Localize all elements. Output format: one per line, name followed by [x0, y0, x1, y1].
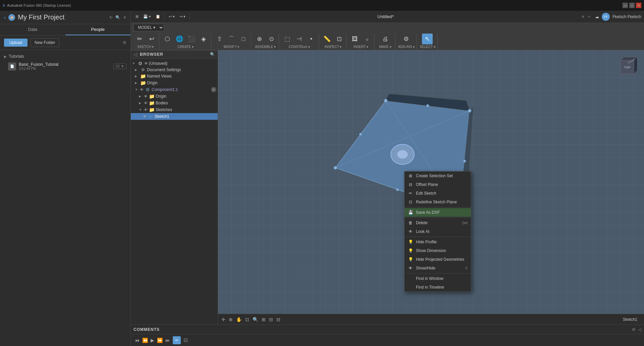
- modify-press-pull-icon[interactable]: ⇧: [214, 34, 225, 44]
- display-mode-icon[interactable]: ⊟: [276, 316, 281, 323]
- comments-collapse-icon[interactable]: ◁: [638, 327, 641, 332]
- save-button[interactable]: 💾 ▾: [141, 13, 153, 20]
- minimize-button[interactable]: —: [623, 3, 628, 8]
- assemble-new-icon[interactable]: ⊕: [254, 34, 265, 44]
- select-label[interactable]: SELECT ▾: [420, 45, 435, 49]
- ctx-delete[interactable]: 🗑 Delete Del: [405, 218, 471, 227]
- zoom-fit-icon[interactable]: ⊡: [245, 316, 250, 323]
- sketch-arc-icon[interactable]: ↩: [146, 34, 157, 44]
- title-bar-controls[interactable]: — □ ✕: [623, 3, 641, 8]
- ctx-find-in-window[interactable]: Find in Window: [405, 274, 471, 283]
- sketch-label[interactable]: SKETCH ▾: [138, 45, 154, 49]
- undo-button[interactable]: ↩ ▾: [167, 13, 177, 20]
- browser-item-sketches[interactable]: ▼ 👁 📁 Sketches: [131, 106, 218, 113]
- insert-mesh-icon[interactable]: ⬦: [362, 34, 372, 44]
- create-label[interactable]: CREATE ▾: [177, 45, 194, 49]
- skip-end-button[interactable]: ⏭: [165, 338, 170, 343]
- grid-view-button[interactable]: ⊞: [133, 13, 141, 20]
- move-icon[interactable]: ✛: [221, 316, 226, 323]
- browser-item-component1[interactable]: ▼ 👁 ⚙ Component1:1 ⊙: [131, 86, 218, 93]
- browser-toggle-button[interactable]: ◁: [133, 52, 137, 57]
- assemble-joint-icon[interactable]: ⊙: [266, 34, 277, 44]
- refresh-icon[interactable]: ↻: [109, 15, 113, 20]
- assemble-label[interactable]: ASSEMBLE ▾: [255, 45, 276, 49]
- ctx-look-at[interactable]: 👁 Look At: [405, 227, 471, 236]
- step-forward-button[interactable]: ⏩: [157, 338, 163, 343]
- construct-plane-icon[interactable]: ⬚: [282, 34, 292, 44]
- document-tab[interactable]: Untitled*: [192, 14, 579, 19]
- addins-scripts-icon[interactable]: ⚙: [401, 34, 412, 44]
- tab-add-button[interactable]: +: [587, 13, 592, 20]
- ctx-show-dimension[interactable]: 💡 Show Dimension: [405, 246, 471, 255]
- new-folder-button[interactable]: New Folder: [30, 38, 59, 47]
- model-selector[interactable]: MODEL ▾: [133, 24, 164, 31]
- file-item-basic-fusion[interactable]: 📄 Basic_Fusion_Tutorial 3:51:44 PM V1 ▼: [0, 60, 130, 72]
- ctx-create-selection-set[interactable]: ⊞ Create Selection Set: [405, 171, 471, 180]
- user-avatar[interactable]: FF: [602, 13, 610, 21]
- redo-button[interactable]: ↪ ▾: [177, 13, 187, 20]
- construct-axis-icon[interactable]: ⊣: [294, 34, 305, 44]
- addins-label[interactable]: ADD-INS ▾: [398, 45, 415, 49]
- comments-settings-icon[interactable]: ⚙: [632, 327, 636, 332]
- browser-panel: ◁ BROWSER 🔍 ▼ ⚙ 👁 (Unsaved) ▶ ⚙: [131, 50, 218, 325]
- ctx-save-as-dxf[interactable]: 💾 Save As DXF: [405, 208, 471, 217]
- insert-canvas-icon[interactable]: 🖼: [350, 34, 360, 44]
- create-loft-icon[interactable]: ◈: [198, 34, 209, 44]
- modify-label[interactable]: MODIFY ▾: [224, 45, 239, 49]
- modify-fillet-icon[interactable]: ⌒: [226, 34, 237, 44]
- browser-item-named-views[interactable]: ▶ 📁 Named Views: [131, 73, 218, 80]
- save-as-button[interactable]: 📋: [154, 13, 162, 20]
- play-button[interactable]: ▶: [151, 338, 154, 343]
- tree-section-tutorials[interactable]: ▶ Tutorials: [0, 53, 130, 60]
- settings-icon[interactable]: ⚙: [123, 40, 126, 45]
- tab-close-button[interactable]: ✕: [580, 13, 586, 20]
- grid-icon[interactable]: ⊞: [261, 316, 266, 323]
- browser-item-sketch1[interactable]: 👁 ✏ Sketch1: [131, 113, 218, 120]
- search-icon[interactable]: 🔍: [115, 15, 120, 20]
- close-button[interactable]: ✕: [636, 3, 641, 8]
- browser-item-document-settings[interactable]: ▶ ⚙ Document Settings: [131, 67, 218, 73]
- browser-item-origin-top[interactable]: ▶ 📁 Origin: [131, 80, 218, 86]
- view-cube-icon[interactable]: 🔍: [252, 316, 259, 323]
- pan-icon[interactable]: ✋: [235, 316, 243, 323]
- maximize-button[interactable]: □: [629, 3, 635, 8]
- insert-label[interactable]: INSERT ▾: [354, 45, 368, 49]
- inspect-label[interactable]: INSPECT ▾: [325, 45, 342, 49]
- skip-start-button[interactable]: ⏮: [135, 338, 140, 343]
- ctx-hide-projected-geometries[interactable]: 💡 Hide Projected Geometries: [405, 255, 471, 264]
- back-button[interactable]: ‹: [4, 14, 6, 20]
- tab-data[interactable]: Data: [0, 24, 65, 35]
- construct-point-icon[interactable]: •: [306, 34, 317, 44]
- orientation-cube[interactable]: TOP FRONT: [614, 54, 641, 81]
- make-3d-print-icon[interactable]: 🖨: [380, 34, 391, 44]
- construct-label[interactable]: CONSTRuct ▾: [288, 45, 310, 49]
- viewport[interactable]: ⊞ Create Selection Set ⊟ Offset Plane ✏ …: [218, 50, 644, 325]
- browser-search-icon[interactable]: 🔍: [210, 52, 215, 57]
- file-name: Basic_Fusion_Tutorial: [19, 62, 111, 67]
- create-revolve-icon[interactable]: 🌐: [174, 34, 185, 44]
- create-sweep-icon[interactable]: ⬛: [186, 34, 197, 44]
- ctx-offset-plane[interactable]: ⊟ Offset Plane: [405, 180, 471, 189]
- ctx-edit-sketch[interactable]: ✏ Edit Sketch: [405, 189, 471, 198]
- ctx-show-hide[interactable]: 👁 Show/Hide V: [405, 264, 471, 273]
- create-extrude-icon[interactable]: ⬡: [162, 34, 173, 44]
- select-tool-icon[interactable]: ↖: [422, 34, 433, 44]
- close-panel-icon[interactable]: ✕: [123, 15, 126, 20]
- ctx-hide-profile[interactable]: 💡 Hide Profile: [405, 238, 471, 246]
- modify-shell-icon[interactable]: □: [238, 34, 249, 44]
- step-back-button[interactable]: ⏪: [142, 338, 148, 343]
- browser-item-bodies[interactable]: ▶ 👁 📁 Bodies: [131, 100, 218, 106]
- inspect-measure-icon[interactable]: 📏: [322, 34, 332, 44]
- make-label[interactable]: MAKE ▾: [379, 45, 391, 49]
- display-settings-icon[interactable]: ⊟: [268, 316, 274, 323]
- inspect-section-icon[interactable]: ⊡: [334, 34, 344, 44]
- upload-button[interactable]: Upload: [4, 39, 28, 47]
- browser-item-origin-comp[interactable]: ▶ 👁 📁 Origin: [131, 93, 218, 100]
- ctx-redefine-sketch-plane[interactable]: ⊡ Redefine Sketch Plane: [405, 198, 471, 206]
- ctx-find-in-timeline[interactable]: Find in Timeline: [405, 283, 471, 292]
- file-version[interactable]: V1 ▼: [113, 63, 126, 69]
- browser-item-unsaved[interactable]: ▼ ⚙ 👁 (Unsaved): [131, 60, 218, 67]
- tab-people[interactable]: People: [65, 24, 131, 35]
- orbit-icon[interactable]: ⊕: [228, 316, 233, 323]
- sketch-tool-icon[interactable]: ✏: [134, 34, 145, 44]
